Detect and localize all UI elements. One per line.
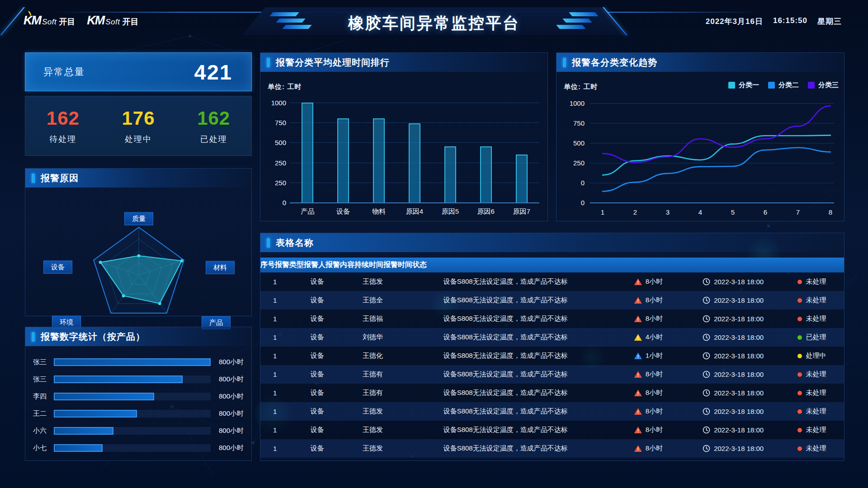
x-category-label: 原因5 <box>432 207 468 216</box>
panel-title: 报警数字统计（按产品） <box>41 331 145 343</box>
bar-fill <box>54 393 154 400</box>
product-bar-list: 张三 800小时 张三 800小时 李四 800小时 王二 800小时 <box>25 346 251 456</box>
table-row: 1 设备 王德福 设备S808无法设定温度，造成产品不达标 8小时 2022-3… <box>260 310 844 328</box>
product-name: 张三 <box>33 375 54 384</box>
legend-item[interactable]: 分类三 <box>808 81 839 89</box>
product-bar-row: 小七 800小时 <box>25 439 251 456</box>
duration-text: 8小时 <box>646 277 663 286</box>
warning-triangle-icon <box>634 427 642 433</box>
duration-text: 8小时 <box>646 296 663 305</box>
bar-track <box>54 410 211 418</box>
cell-duration: 8小时 <box>611 296 687 305</box>
bar <box>480 146 492 202</box>
time-text: 2022-3-18 18:00 <box>714 408 764 415</box>
y-tick-label: 250 <box>265 178 286 186</box>
table-header-row: 序号报警类型报警人报警内容持续时间报警时间状态 <box>260 258 844 272</box>
svg-text:750: 750 <box>573 119 585 127</box>
panel-header: 报警分类平均处理时间排行 <box>260 53 547 72</box>
panel-title: 报警原因 <box>41 172 79 184</box>
cell-alarm-type: 设备 <box>290 407 345 416</box>
bar-track <box>54 444 211 452</box>
x-category-label: 原因4 <box>397 207 433 216</box>
status-text: 已处理 <box>806 333 826 342</box>
cell-status: 未处理 <box>780 389 844 397</box>
table-column-header: 序号 <box>260 260 275 270</box>
svg-text:3: 3 <box>666 208 670 216</box>
bar <box>409 123 420 202</box>
cell-reporter: 王德发 <box>345 407 401 416</box>
product-bar-row: 张三 800小时 <box>25 371 251 388</box>
time-text: 2022-3-18 18:00 <box>714 278 764 286</box>
product-value: 800小时 <box>219 392 244 401</box>
table-row: 1 设备 王德发 设备S808无法设定温度，造成产品不达标 8小时 2022-3… <box>260 272 844 291</box>
svg-text:0: 0 <box>581 199 585 206</box>
accent-bar-icon <box>32 174 35 183</box>
status-text: 未处理 <box>806 314 826 323</box>
table-row: 1 设备 王德有 设备S808无法设定温度，造成产品不达标 8小时 2022-3… <box>260 384 844 402</box>
time-text: 2022-3-18 18:00 <box>714 296 764 304</box>
cell-alarm-time: 2022-3-18 18:00 <box>686 352 780 360</box>
clock-icon <box>703 333 710 341</box>
svg-text:1: 1 <box>601 208 604 216</box>
status-dot-icon <box>797 354 802 358</box>
legend-item[interactable]: 分类二 <box>768 81 799 89</box>
table-column-header: 报警时间 <box>383 260 412 270</box>
cell-alarm-time: 2022-3-18 18:00 <box>686 315 780 323</box>
cell-duration: 8小时 <box>611 277 687 286</box>
trend-line-分类一 <box>603 135 830 175</box>
unit-label: 单位: 工时 <box>564 83 598 91</box>
status-dot-icon <box>797 280 802 284</box>
cell-reporter: 王德发 <box>345 277 401 286</box>
table-row: 1 设备 王德化 设备S808无法设定温度，造成产品不达标 1小时 2022-3… <box>260 347 844 365</box>
legend-swatch-icon <box>728 82 735 89</box>
bar <box>302 103 313 202</box>
cell-no: 1 <box>260 333 290 341</box>
stat-value: 162 <box>176 108 251 129</box>
bar-fill <box>54 444 103 452</box>
x-category-label: 产品 <box>290 207 326 216</box>
clock-icon <box>703 352 710 360</box>
trend-panel: 报警各分类变化趋势 单位: 工时 分类一 分类二 分类三 10007505002… <box>556 52 844 221</box>
bar <box>516 155 528 202</box>
cell-status: 未处理 <box>780 277 844 286</box>
table-row: 1 设备 刘德华 设备S808无法设定温度，造成产品不达标 4小时 2022-3… <box>260 328 844 347</box>
cell-status: 未处理 <box>780 314 844 323</box>
warning-triangle-icon <box>634 352 642 359</box>
cell-alarm-type: 设备 <box>290 277 345 286</box>
svg-text:6: 6 <box>764 208 767 216</box>
alarm-reason-panel: 报警原因 质量材料产品环境设备 <box>25 168 252 316</box>
legend-item[interactable]: 分类一 <box>728 81 759 89</box>
clock-icon <box>703 445 710 452</box>
cell-content: 设备S808无法设定温度，造成产品不达标 <box>401 314 611 323</box>
cell-no: 1 <box>260 315 290 323</box>
y-tick-label: 750 <box>265 119 286 127</box>
status-dot-icon <box>797 428 802 432</box>
accent-bar-icon <box>563 58 566 67</box>
total-abnormal-value: 421 <box>194 60 232 84</box>
accent-bar-icon <box>267 238 270 248</box>
cell-alarm-type: 设备 <box>290 444 345 453</box>
table-row: 1 设备 王德发 设备S808无法设定温度，造成产品不达标 8小时 2022-3… <box>260 421 844 439</box>
product-name: 张三 <box>33 358 54 366</box>
time-text: 2022-3-18 18:00 <box>714 389 764 397</box>
cell-duration: 8小时 <box>611 370 687 379</box>
cell-status: 未处理 <box>780 426 844 434</box>
trend-legend: 分类一 分类二 分类三 <box>728 81 839 89</box>
cell-no: 1 <box>260 278 290 286</box>
status-text: 未处理 <box>806 277 826 286</box>
product-bar-row: 李四 800小时 <box>25 388 251 405</box>
product-value: 800小时 <box>219 375 244 384</box>
svg-text:500: 500 <box>573 139 585 147</box>
cell-no: 1 <box>260 296 290 304</box>
product-value: 800小时 <box>219 409 244 418</box>
product-bar-row: 小六 800小时 <box>25 422 251 439</box>
stat-label: 待处理 <box>25 134 101 145</box>
cell-duration: 8小时 <box>611 407 687 416</box>
cell-reporter: 王德发 <box>345 426 401 434</box>
cell-reporter: 王德有 <box>345 370 401 379</box>
cell-content: 设备S808无法设定温度，造成产品不达标 <box>401 389 611 397</box>
table-row: 1 设备 王德发 设备S808无法设定温度，造成产品不达标 8小时 2022-3… <box>260 439 844 458</box>
cell-reporter: 王德福 <box>345 314 401 323</box>
accent-bar-icon <box>32 332 35 342</box>
clock-icon <box>703 371 710 378</box>
